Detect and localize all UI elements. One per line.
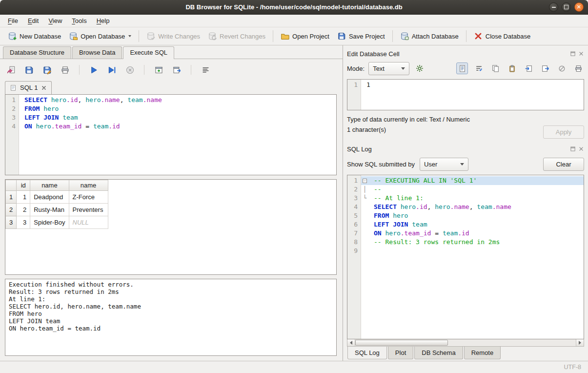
table-cell[interactable]: Z-Force — [69, 191, 108, 204]
mode-select[interactable]: Text — [368, 62, 409, 75]
table-cell[interactable]: NULL — [69, 216, 108, 229]
open-sql-file-button[interactable] — [5, 64, 17, 76]
float-panel-icon[interactable] — [570, 51, 576, 57]
column-header-name[interactable]: name — [30, 180, 69, 191]
dock-tab-remote[interactable]: Remote — [464, 347, 501, 359]
dock-tab-sql-log[interactable]: SQL Log — [347, 347, 387, 359]
sql-editor[interactable]: 1SELECT hero.id, hero.name, team.name2FR… — [5, 94, 337, 175]
line-number: 1 — [347, 176, 361, 185]
print-sql-button[interactable] — [59, 64, 71, 76]
menu-view[interactable]: View — [43, 16, 67, 26]
cell-info-row: Type of data currently in cell: Text / N… — [347, 114, 584, 139]
code-line: 1−-- EXECUTING ALL IN 'SQL 1' — [347, 176, 584, 185]
toolbar-label: Attach Database — [412, 33, 459, 40]
close-panel-icon[interactable] — [578, 51, 584, 57]
table-cell[interactable]: Preventers — [69, 204, 108, 216]
scrollbar-track[interactable] — [355, 339, 576, 346]
new-database-button[interactable]: New Database — [4, 29, 65, 43]
code-text: FROM hero — [19, 104, 336, 113]
menu-tools[interactable]: Tools — [67, 16, 91, 26]
set-null-button[interactable] — [556, 62, 568, 74]
print-cell-button[interactable] — [572, 62, 584, 74]
menu-file[interactable]: File — [3, 16, 23, 26]
scrollbar-thumb[interactable] — [355, 340, 448, 346]
save-sql-as-button[interactable] — [41, 64, 53, 76]
row-number[interactable]: 2 — [6, 204, 17, 216]
cell-editor[interactable]: 11 — [347, 79, 584, 110]
import-cell-button[interactable] — [523, 62, 534, 74]
column-header-name[interactable]: name — [69, 180, 108, 191]
main-toolbar: New DatabaseOpen DatabaseWrite ChangesRe… — [0, 27, 588, 45]
close-tab-icon[interactable] — [41, 85, 47, 91]
row-number[interactable]: 1 — [6, 191, 17, 204]
paste-cell-button[interactable] — [506, 62, 518, 74]
paste-cell-icon — [508, 64, 516, 73]
fold-marker[interactable]: − — [361, 176, 368, 185]
open-project-icon — [281, 32, 289, 41]
scroll-right-button[interactable] — [576, 339, 584, 346]
close-window-button[interactable] — [574, 2, 584, 12]
stop-button[interactable] — [124, 64, 136, 76]
print-sql-icon — [61, 65, 70, 75]
sql-toolbar — [5, 63, 337, 77]
column-header-id[interactable]: id — [17, 180, 30, 191]
menu-edit[interactable]: Edit — [23, 16, 43, 26]
open-database-button[interactable]: Open Database — [65, 29, 135, 43]
main-area: Database StructureBrowse DataExecute SQL… — [0, 45, 588, 361]
line-number: 1 — [5, 96, 19, 104]
apply-button: Apply — [543, 125, 584, 139]
minimize-button[interactable] — [549, 2, 558, 12]
sql-log-filter-select[interactable]: User — [420, 158, 468, 171]
table-cell[interactable]: 2 — [17, 204, 30, 216]
clear-log-button[interactable]: Clear — [543, 158, 584, 171]
cell-type-info: Type of data currently in cell: Text / N… — [347, 114, 543, 124]
arrow-right-icon — [579, 341, 581, 345]
execute-all-button[interactable] — [88, 64, 100, 76]
scroll-left-button[interactable] — [347, 339, 355, 346]
revert-changes-button: Revert Changes — [204, 29, 269, 43]
sql-file-icon — [10, 84, 17, 91]
tab-database-structure[interactable]: Database Structure — [3, 46, 71, 59]
row-number[interactable]: 3 — [6, 216, 17, 229]
attach-database-button[interactable]: Attach Database — [396, 29, 463, 43]
open-query-tab-button[interactable] — [153, 64, 164, 76]
fold-marker — [361, 220, 368, 229]
dock-tab-db-schema[interactable]: DB Schema — [414, 347, 463, 359]
text-mode-button[interactable] — [456, 62, 468, 74]
close-database-button[interactable]: Close Database — [470, 29, 535, 43]
float-panel-icon[interactable] — [570, 146, 576, 152]
save-sql-file-button[interactable] — [23, 64, 35, 76]
dock-tab-plot[interactable]: Plot — [388, 347, 413, 359]
export-cell-button[interactable] — [539, 62, 551, 74]
code-line: 2FROM hero — [5, 104, 336, 113]
save-project-button[interactable]: Save Project — [333, 29, 389, 43]
maximize-button[interactable] — [562, 2, 571, 12]
format-sql-button[interactable] — [200, 64, 211, 76]
titlebar[interactable]: DB Browser for SQLite - /home/user/code/… — [0, 0, 588, 15]
table-row: 22Rusty-ManPreventers — [6, 204, 108, 216]
code-line: 3LEFT JOIN team — [5, 113, 336, 122]
edit-cell-header: Edit Database Cell — [347, 48, 584, 59]
arrow-left-icon — [350, 341, 352, 345]
table-cell[interactable]: 1 — [17, 191, 30, 204]
close-panel-icon[interactable] — [578, 146, 584, 152]
execute-current-line-button[interactable] — [106, 64, 118, 76]
export-results-button[interactable] — [171, 64, 182, 76]
sql-tab[interactable]: SQL 1 — [5, 81, 52, 94]
sql-log-view[interactable]: 1−-- EXECUTING ALL IN 'SQL 1'2│--3└-- At… — [347, 175, 584, 339]
line-number: 3 — [347, 194, 361, 203]
table-cell[interactable]: Spider-Boy — [30, 216, 69, 229]
menu-help[interactable]: Help — [92, 16, 115, 26]
code-text: -- Result: 3 rows returned in 2ms — [368, 238, 584, 247]
table-cell[interactable]: Rusty-Man — [30, 204, 69, 216]
code-text: SELECT hero.id, hero.name, team.name — [368, 203, 584, 211]
tab-execute-sql[interactable]: Execute SQL — [123, 46, 174, 59]
word-wrap-button[interactable] — [473, 62, 485, 74]
open-project-button[interactable]: Open Project — [277, 29, 333, 43]
copy-cell-button[interactable] — [489, 62, 501, 74]
table-cell[interactable]: Deadpond — [30, 191, 69, 204]
table-cell[interactable]: 3 — [17, 216, 30, 229]
horizontal-scrollbar[interactable] — [347, 339, 584, 347]
tab-browse-data[interactable]: Browse Data — [72, 46, 122, 59]
gear-button[interactable] — [413, 62, 426, 75]
